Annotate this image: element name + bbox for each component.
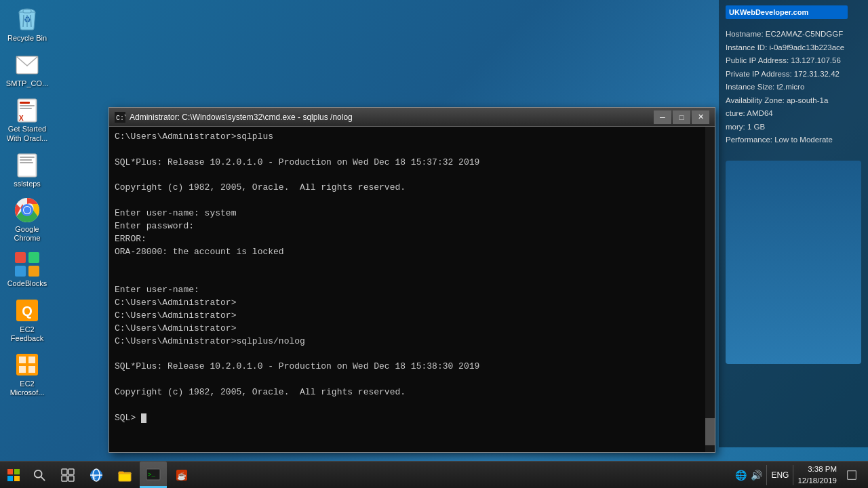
taskbar-items: e >_ ☕ [52, 462, 730, 489]
side-panel: UKWebDeveloper.com Hostname: EC2AMAZ-C5N… [719, 0, 868, 447]
svg-rect-44 [68, 469, 74, 474]
svg-text:☕: ☕ [177, 471, 186, 481]
svg-rect-10 [20, 105, 35, 106]
cmd-taskbar-button[interactable]: >_ [140, 462, 167, 489]
window-controls: ─ □ ✕ [654, 110, 709, 124]
ec2-microsoft-icon[interactable]: EC2 Microsof... [3, 348, 52, 400]
close-button[interactable]: ✕ [692, 110, 709, 124]
hostname-row: Hostname: EC2AMAZ-C5NDGGF [726, 28, 861, 41]
svg-rect-24 [15, 266, 26, 277]
svg-text:X: X [19, 115, 24, 122]
cmd-body[interactable]: C:\Users\Administrator>sqlplus SQL*Plus:… [109, 127, 715, 452]
recycle-bin-icon[interactable]: ♻ Recycle Bin [3, 3, 52, 45]
memory-row: mory: 1 GB [726, 121, 861, 134]
ec2-microsoft-label: EC2 Microsof... [5, 380, 49, 397]
tray-divider [766, 465, 767, 485]
speaker-icon[interactable]: 🔊 [751, 470, 762, 481]
instance-id-row: Instance ID: i-0a9f9adc13b223ace [726, 41, 861, 55]
tray-divider2 [793, 465, 793, 485]
svg-rect-17 [20, 162, 33, 163]
svg-rect-22 [15, 252, 26, 263]
az-row: Availability Zone: ap-south-1a [726, 94, 861, 108]
clock[interactable]: 3:38 PM 12/18/2019 [797, 464, 837, 485]
svg-rect-14 [19, 155, 35, 176]
cmd-window: C:\ Administrator: C:\Windows\system32\c… [108, 107, 715, 453]
public-ip-row: Public IP Address: 13.127.107.56 [726, 54, 861, 68]
cmd-titlebar: C:\ Administrator: C:\Windows\system32\c… [109, 108, 715, 127]
side-panel-title: UKWebDeveloper.com [726, 5, 861, 24]
sslsteps-label: sslsteps [14, 180, 41, 188]
network-icon[interactable]: 🌐 [735, 470, 747, 481]
cmd-scrollbar[interactable] [705, 127, 715, 452]
sslsteps-icon[interactable]: sslsteps [3, 148, 52, 191]
svg-text:e: e [94, 472, 97, 480]
svg-line-42 [41, 476, 45, 480]
svg-rect-4 [23, 9, 31, 13]
svg-rect-45 [62, 476, 67, 481]
svg-rect-16 [20, 159, 32, 161]
svg-rect-38 [14, 469, 20, 474]
codeblocks-icon[interactable]: CodeBlocks [3, 248, 52, 291]
get-started-icon[interactable]: X Get Started With Oracl... [3, 94, 52, 145]
smtp-icon[interactable]: SMTP_CO... [3, 48, 52, 91]
perf-row: Performance: Low to Moderate [726, 134, 861, 147]
svg-point-41 [35, 470, 42, 477]
ec2-feedback-label: EC2Feedback [11, 325, 43, 343]
svg-rect-31 [19, 366, 26, 373]
taskbar: e >_ ☕ [0, 461, 868, 488]
svg-text:>_: >_ [148, 472, 155, 479]
clock-date: 12/18/2019 [797, 475, 837, 486]
minimize-button[interactable]: ─ [654, 110, 671, 124]
desktop-icons: ♻ Recycle Bin SMTP_CO... [0, 0, 54, 403]
recycle-bin-label: Recycle Bin [7, 34, 47, 43]
cursor-blink [141, 413, 146, 423]
sys-tray-icons: 🌐 🔊 [735, 470, 762, 481]
task-view-button[interactable] [54, 462, 81, 489]
scrollbar-thumb[interactable] [705, 418, 715, 445]
maximize-button[interactable]: □ [673, 110, 690, 124]
svg-rect-9 [20, 102, 30, 104]
svg-rect-40 [14, 476, 20, 481]
notification-button[interactable] [841, 462, 863, 489]
ec2-feedback-icon[interactable]: Q EC2Feedback [3, 294, 52, 346]
smtp-label: SMTP_CO... [6, 79, 48, 88]
svg-rect-23 [28, 252, 39, 263]
svg-point-21 [24, 207, 31, 214]
cmd-title-text: Administrator: C:\Windows\system32\cmd.e… [130, 113, 654, 122]
svg-rect-29 [19, 357, 26, 363]
clock-time: 3:38 PM [797, 464, 837, 474]
desktop: ♻ Recycle Bin SMTP_CO... [0, 0, 868, 488]
cmd-output: C:\Users\Administrator>sqlplus SQL*Plus:… [115, 131, 709, 424]
language-indicator[interactable]: ENG [771, 470, 789, 480]
cmd-titlebar-icon: C:\ [115, 112, 125, 123]
svg-rect-46 [68, 476, 74, 481]
private-ip-row: Private IP Address: 172.31.32.42 [726, 68, 861, 81]
svg-rect-39 [7, 476, 13, 481]
svg-rect-37 [7, 469, 13, 474]
svg-rect-30 [28, 357, 35, 363]
arch-row: cture: AMD64 [726, 107, 861, 121]
explorer-button[interactable] [111, 462, 138, 489]
search-button[interactable] [27, 462, 52, 489]
get-started-label: Get Started With Oracl... [5, 125, 49, 142]
google-chrome-icon[interactable]: Google Chrome [3, 194, 52, 245]
svg-text:UKWebDeveloper.com: UKWebDeveloper.com [729, 8, 808, 16]
svg-rect-15 [20, 157, 35, 158]
google-chrome-label: Google Chrome [5, 225, 49, 243]
svg-rect-43 [62, 469, 67, 474]
start-button[interactable] [0, 462, 27, 489]
svg-rect-25 [28, 266, 39, 277]
svg-text:Q: Q [22, 304, 33, 319]
java-button[interactable]: ☕ [168, 462, 195, 489]
svg-rect-11 [20, 108, 32, 109]
svg-text:♻: ♻ [24, 15, 31, 24]
codeblocks-label: CodeBlocks [7, 279, 47, 288]
taskbar-right: 🌐 🔊 ENG 3:38 PM 12/18/2019 [730, 462, 868, 489]
instance-size-row: Instance Size: t2.micro [726, 81, 861, 94]
svg-rect-56 [848, 470, 856, 479]
svg-rect-32 [28, 366, 35, 373]
svg-text:C:\: C:\ [116, 115, 125, 122]
ie-button[interactable]: e [83, 462, 110, 489]
